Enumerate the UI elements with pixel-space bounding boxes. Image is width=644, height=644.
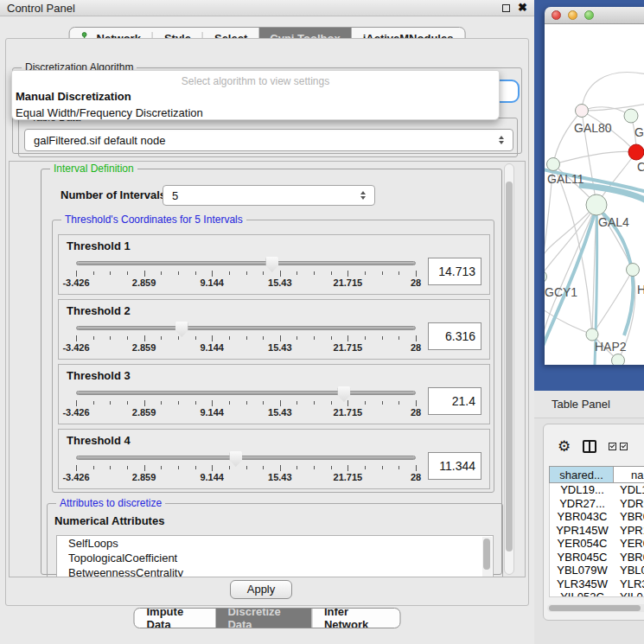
cell-name[interactable]: YBR0 <box>615 551 644 564</box>
settings-scrollbar[interactable] <box>504 163 514 575</box>
cell-name[interactable]: YIL0 <box>615 590 644 597</box>
table-row[interactable]: YPR145WYPR1 <box>550 524 644 538</box>
network-node[interactable] <box>628 144 644 160</box>
checkbox-icon[interactable] <box>609 443 616 450</box>
network-node[interactable] <box>586 328 598 341</box>
network-node[interactable] <box>547 158 560 171</box>
cell-shared-name[interactable]: YBL079W <box>550 564 615 577</box>
network-canvas[interactable]: GAL80GACGAL11GAL4GCY1HHAP2 <box>545 24 644 365</box>
network-view-window[interactable]: GAL80GACGAL11GAL4GCY1HHAP2 <box>545 7 644 365</box>
table-horizontal-scrollbar[interactable] <box>547 604 644 612</box>
table-row[interactable]: YLR345WYLR3 <box>550 577 644 591</box>
column-header-name[interactable]: na <box>614 466 644 483</box>
table-row[interactable]: YDR27...YDR2 <box>550 497 644 511</box>
gear-icon[interactable]: ⚙ <box>558 439 571 454</box>
tick-mark <box>382 271 383 275</box>
algorithm-hint: Select algorithm to view settings <box>12 74 499 88</box>
tick-mark <box>296 271 297 275</box>
cell-shared-name[interactable]: YIL052C <box>550 590 615 597</box>
tick-mark <box>348 335 348 341</box>
number-of-intervals-combobox[interactable]: 5 <box>163 185 375 206</box>
table-data-combobox[interactable]: galFiltered.sif default node <box>24 129 513 151</box>
table-row[interactable]: YER054CYER0 <box>550 537 644 551</box>
tick-label: 15.43 <box>268 472 292 482</box>
tick-mark <box>314 401 315 405</box>
network-node[interactable] <box>627 264 640 277</box>
cell-shared-name[interactable]: YER054C <box>550 537 615 551</box>
cell-name[interactable]: YER0 <box>615 537 644 551</box>
thresholds-group: Threshold's Coordinates for 5 Intervals … <box>52 220 494 493</box>
network-node[interactable] <box>545 271 547 284</box>
algorithm-option-equal-width[interactable]: Equal Width/Frequency Discretization <box>12 105 499 121</box>
cell-shared-name[interactable]: YPR145W <box>550 524 615 538</box>
tab-discretize-data[interactable]: Discretize Data <box>215 609 311 628</box>
network-edge <box>582 73 644 111</box>
cell-name[interactable]: YBR0 <box>615 510 644 524</box>
cell-shared-name[interactable]: YDL19... <box>550 483 615 497</box>
threshold-value-field[interactable]: 11.344 <box>428 452 481 480</box>
attribute-item[interactable]: TopologicalCoefficient <box>57 551 493 565</box>
minimize-traffic-light-icon[interactable] <box>568 10 577 20</box>
attribute-item[interactable]: BetweennessCentrality <box>57 565 493 577</box>
tick-mark <box>93 401 94 405</box>
split-columns-icon[interactable] <box>583 440 596 453</box>
node-label: GAL80 <box>574 121 612 135</box>
threshold-panel: Threshold 1-3.4262.8599.14415.4321.71528… <box>58 234 490 295</box>
cell-name[interactable]: YDR2 <box>615 497 644 511</box>
cell-shared-name[interactable]: YBR045C <box>550 551 615 564</box>
tick-mark <box>365 271 366 275</box>
node-label: GA <box>634 125 644 139</box>
node-table: shared... na YDL19...YDL1YDR27...YDR2YBR… <box>549 466 644 597</box>
attributes-scrollbar[interactable] <box>482 537 492 577</box>
threshold-value-field[interactable]: 14.713 <box>428 258 481 285</box>
close-icon[interactable]: ✖ <box>518 3 527 12</box>
network-node[interactable] <box>624 109 638 123</box>
tick-mark <box>178 336 179 340</box>
algorithm-option-manual[interactable]: Manual Discretization <box>12 88 499 105</box>
slider-track[interactable] <box>76 456 416 460</box>
threshold-value-field[interactable]: 6.316 <box>428 322 481 350</box>
tick-mark <box>399 466 399 469</box>
checkbox-icon[interactable] <box>620 443 628 450</box>
numerical-attributes-list[interactable]: SelfLoopsTopologicalCoefficientBetweenne… <box>56 535 494 577</box>
table-row[interactable]: YDL19...YDL1 <box>550 483 644 497</box>
combo-spinner-icon <box>360 191 366 200</box>
tab-infer-network[interactable]: Infer Network <box>312 609 400 628</box>
table-row[interactable]: YBR043CYBR0 <box>550 510 644 524</box>
table-row[interactable]: YBR045CYBR0 <box>550 551 644 564</box>
threshold-value-field[interactable]: 21.4 <box>428 387 481 415</box>
slider-scale: -3.4262.8599.14415.4321.71528 <box>76 399 416 418</box>
tab-impute-data[interactable]: Impute Data <box>135 609 216 628</box>
slider-track[interactable] <box>76 391 416 395</box>
tick-label: 15.43 <box>268 342 292 353</box>
cell-name[interactable]: YDL1 <box>615 483 644 497</box>
table-row[interactable]: YBL079WYBL0 <box>550 564 644 577</box>
tick-mark <box>416 335 417 341</box>
control-panel: Control Panel ✖ Network Style Select Cyn… <box>0 0 534 644</box>
attribute-item[interactable]: SelfLoops <box>57 536 493 551</box>
table-row[interactable]: YIL052CYIL0 <box>550 590 644 597</box>
slider-track[interactable] <box>76 261 416 265</box>
cell-shared-name[interactable]: YBR043C <box>550 510 615 524</box>
tick-label: 9.144 <box>200 342 224 353</box>
cell-name[interactable]: YLR3 <box>615 577 644 591</box>
network-node[interactable] <box>576 105 589 118</box>
cell-name[interactable]: YPR1 <box>615 524 644 538</box>
network-window-titlebar[interactable] <box>545 7 644 24</box>
float-window-icon[interactable] <box>502 4 510 12</box>
network-node[interactable] <box>586 194 607 215</box>
attribute-items: SelfLoopsTopologicalCoefficientBetweenne… <box>57 536 493 577</box>
tick-label: 21.715 <box>334 472 363 482</box>
tick-mark <box>195 401 196 405</box>
apply-button[interactable]: Apply <box>230 580 292 599</box>
tick-mark <box>76 400 77 406</box>
column-header-shared-name[interactable]: shared... <box>549 466 614 483</box>
cell-shared-name[interactable]: YLR345W <box>550 577 615 591</box>
slider-track[interactable] <box>76 326 416 330</box>
close-traffic-light-icon[interactable] <box>552 10 561 20</box>
zoom-traffic-light-icon[interactable] <box>584 10 594 20</box>
cell-shared-name[interactable]: YDR27... <box>550 497 615 511</box>
threshold-label: Threshold 2 <box>59 300 489 317</box>
network-node[interactable] <box>612 354 625 366</box>
cell-name[interactable]: YBL0 <box>615 564 644 577</box>
